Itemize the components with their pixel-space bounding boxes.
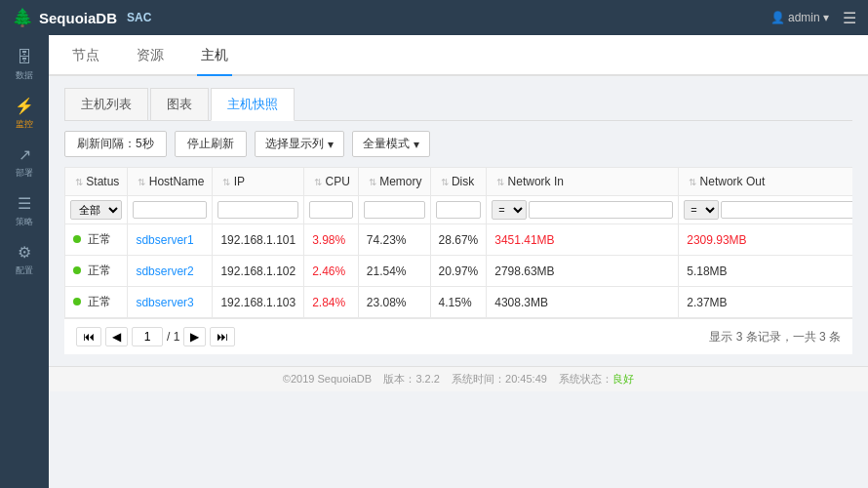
tab-resources[interactable]: 资源 bbox=[133, 37, 168, 76]
cell-network-in-2: 4308.3MB bbox=[487, 287, 679, 318]
filter-status-select[interactable]: 全部 bbox=[70, 200, 122, 220]
gear-icon: ⚙ bbox=[18, 243, 31, 262]
hostname-link-0[interactable]: sdbserver1 bbox=[136, 233, 193, 247]
status-text-2: 正常 bbox=[88, 295, 111, 308]
col-network-out[interactable]: ⇅ Network Out bbox=[679, 168, 852, 196]
refresh-interval-button[interactable]: 刷新间隔：5秒 bbox=[64, 131, 167, 157]
version: 3.2.2 bbox=[415, 373, 439, 385]
table-row: 正常 sdbserver3 192.168.1.103 2.84% 23.08%… bbox=[65, 287, 853, 318]
sac-badge: SAC bbox=[127, 11, 151, 24]
toolbar: 刷新间隔：5秒 停止刷新 选择显示列 ▾ 全量模式 ▾ bbox=[64, 131, 852, 157]
footer: ©2019 SequoiaDB 版本：3.2.2 系统时间：20:45:49 系… bbox=[49, 366, 868, 391]
database-icon: 🗄 bbox=[17, 49, 32, 66]
table-row: 正常 sdbserver2 192.168.1.102 2.46% 21.54%… bbox=[65, 256, 853, 287]
filter-ip-cell bbox=[213, 196, 304, 224]
tree-icon: 🌲 bbox=[12, 7, 33, 28]
cell-disk-1: 20.97% bbox=[430, 256, 487, 287]
list-icon: ☰ bbox=[18, 194, 31, 213]
table-row: 正常 sdbserver1 192.168.1.101 3.98% 74.23%… bbox=[65, 224, 853, 256]
system-status: 良好 bbox=[612, 373, 634, 385]
col-cpu[interactable]: ⇅ CPU bbox=[304, 168, 359, 196]
cell-network-out-2: 2.37MB bbox=[679, 287, 852, 318]
filter-hostname-cell bbox=[128, 196, 213, 224]
col-disk[interactable]: ⇅ Disk bbox=[430, 168, 487, 196]
cell-memory-0: 74.23% bbox=[358, 224, 430, 256]
sidebar-item-data[interactable]: 🗄 数据 bbox=[0, 41, 49, 87]
top-nav: 节点 资源 主机 bbox=[49, 35, 868, 76]
sidebar-item-monitor[interactable]: ⚡ 监控 bbox=[0, 89, 49, 136]
last-page-button[interactable]: ⏭ bbox=[210, 327, 235, 346]
cell-ip-0: 192.168.1.101 bbox=[213, 224, 304, 256]
subtab-list[interactable]: 主机列表 bbox=[64, 88, 148, 120]
col-memory[interactable]: ⇅ Memory bbox=[358, 168, 430, 196]
main-content: 节点 资源 主机 主机列表 图表 主机快照 刷新间隔：5秒 停止刷新 选择显示列… bbox=[49, 35, 868, 488]
sidebar-item-log[interactable]: ☰ 策略 bbox=[0, 186, 49, 233]
hostname-link-1[interactable]: sdbserver2 bbox=[136, 264, 193, 278]
lightning-icon: ⚡ bbox=[15, 97, 34, 115]
cell-hostname-2: sdbserver3 bbox=[128, 287, 213, 318]
status-label: 系统状态： bbox=[559, 373, 612, 385]
hosts-table: ⇅ Status ⇅ HostName ⇅ IP ⇅ CPU ⇅ Memory … bbox=[64, 167, 852, 318]
hostname-link-2[interactable]: sdbserver3 bbox=[136, 296, 193, 309]
col-status[interactable]: ⇅ Status bbox=[65, 168, 128, 196]
filter-disk-input[interactable] bbox=[436, 201, 482, 219]
cell-status-0: 正常 bbox=[65, 224, 128, 256]
cell-hostname-0: sdbserver1 bbox=[128, 224, 213, 256]
filter-ip-input[interactable] bbox=[217, 201, 298, 219]
cell-hostname-1: sdbserver2 bbox=[128, 256, 213, 287]
cell-network-in-1: 2798.63MB bbox=[487, 256, 679, 287]
status-dot-1 bbox=[73, 266, 81, 274]
share-icon: ↗ bbox=[19, 145, 31, 164]
tab-hosts[interactable]: 主机 bbox=[197, 37, 232, 76]
full-mode-button[interactable]: 全量模式 ▾ bbox=[352, 131, 430, 157]
filter-network-out-eq[interactable]: = bbox=[684, 200, 719, 220]
cell-status-1: 正常 bbox=[65, 256, 128, 287]
col-ip[interactable]: ⇅ IP bbox=[213, 168, 304, 196]
hamburger-icon[interactable]: ☰ bbox=[843, 9, 856, 27]
cell-memory-2: 23.08% bbox=[358, 287, 430, 318]
filter-network-out-cell: = bbox=[679, 196, 852, 224]
filter-hostname-input[interactable] bbox=[133, 201, 207, 219]
page-number-input[interactable] bbox=[132, 327, 163, 346]
first-page-button[interactable]: ⏮ bbox=[76, 327, 101, 346]
sidebar: 🗄 数据 ⚡ 监控 ↗ 部署 ☰ 策略 ⚙ 配置 bbox=[0, 35, 49, 488]
cell-cpu-0: 3.98% bbox=[304, 224, 359, 256]
stop-refresh-button[interactable]: 停止刷新 bbox=[175, 131, 247, 157]
filter-network-out-input[interactable] bbox=[721, 201, 852, 219]
select-columns-button[interactable]: 选择显示列 ▾ bbox=[255, 131, 344, 157]
filter-disk-cell bbox=[430, 196, 487, 224]
filter-memory-input[interactable] bbox=[364, 201, 425, 219]
sidebar-item-config[interactable]: ⚙ 配置 bbox=[0, 235, 49, 282]
status-text-1: 正常 bbox=[88, 264, 111, 277]
system-time: 20:45:49 bbox=[505, 373, 547, 385]
sub-tabs: 主机列表 图表 主机快照 bbox=[64, 88, 852, 121]
admin-link[interactable]: 👤 admin ▾ bbox=[770, 11, 829, 24]
cell-network-out-0: 2309.93MB bbox=[679, 224, 852, 256]
version-label: 版本： bbox=[383, 373, 415, 385]
tab-nodes[interactable]: 节点 bbox=[68, 37, 103, 76]
layout: 🗄 数据 ⚡ 监控 ↗ 部署 ☰ 策略 ⚙ 配置 节点 资源 主机 bbox=[0, 35, 868, 488]
next-page-button[interactable]: ▶ bbox=[183, 327, 206, 346]
subtab-snapshot[interactable]: 主机快照 bbox=[211, 88, 295, 121]
header: 🌲 SequoiaDB SAC 👤 admin ▾ ☰ bbox=[0, 0, 868, 35]
filter-network-in-input[interactable] bbox=[529, 201, 673, 219]
subtab-chart[interactable]: 图表 bbox=[150, 88, 209, 120]
header-right: 👤 admin ▾ ☰ bbox=[770, 9, 856, 27]
filter-cpu-cell bbox=[304, 196, 359, 224]
brand-name: SequoiaDB bbox=[39, 10, 117, 26]
col-hostname[interactable]: ⇅ HostName bbox=[128, 168, 213, 196]
col-network-in[interactable]: ⇅ Network In bbox=[487, 168, 679, 196]
status-dot-2 bbox=[73, 298, 81, 305]
filter-cpu-input[interactable] bbox=[309, 201, 353, 219]
cell-cpu-2: 2.84% bbox=[304, 287, 359, 318]
content-area: 主机列表 图表 主机快照 刷新间隔：5秒 停止刷新 选择显示列 ▾ 全量模式 ▾ bbox=[49, 76, 868, 366]
status-dot-0 bbox=[73, 235, 81, 243]
filter-network-in-cell: = bbox=[487, 196, 679, 224]
sidebar-item-deploy[interactable]: ↗ 部署 bbox=[0, 138, 49, 184]
pagination: ⏮ ◀ / 1 ▶ ⏭ 显示 3 条记录，一共 3 条 bbox=[64, 318, 852, 354]
prev-page-button[interactable]: ◀ bbox=[105, 327, 128, 346]
filter-network-in-eq[interactable]: = bbox=[492, 200, 527, 220]
cell-ip-2: 192.168.1.103 bbox=[213, 287, 304, 318]
page-controls: ⏮ ◀ / 1 ▶ ⏭ bbox=[76, 327, 235, 346]
filter-memory-cell bbox=[358, 196, 430, 224]
